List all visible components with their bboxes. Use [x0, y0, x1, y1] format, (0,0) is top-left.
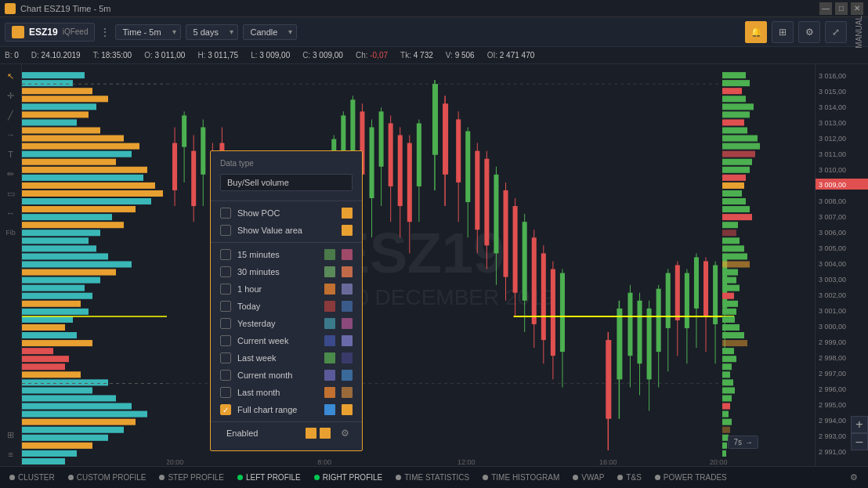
dd-show-va-check[interactable]: [220, 225, 231, 236]
dd-current-month-check[interactable]: [220, 370, 231, 381]
fullscreen-button[interactable]: ⤢: [825, 21, 847, 43]
fibonacci-tool[interactable]: Fib: [2, 224, 20, 241]
dd-last-month-row[interactable]: Last month: [211, 384, 362, 401]
crosshair-tool[interactable]: ✛: [2, 87, 20, 104]
dd-30min-color2[interactable]: [342, 266, 353, 277]
bottom-left-profile[interactable]: LEFT PROFILE: [231, 467, 307, 488]
cursor-tool[interactable]: ↖: [2, 67, 20, 85]
measure-tool[interactable]: ↔: [2, 204, 20, 222]
dd-today-row[interactable]: Today: [211, 298, 362, 315]
dd-current-week-color2[interactable]: [342, 335, 353, 346]
dd-last-week-row[interactable]: Last week: [211, 349, 362, 367]
dd-30min-row[interactable]: 30 minutes: [211, 263, 362, 280]
dd-last-month-color2[interactable]: [342, 387, 353, 398]
dd-last-week-color1[interactable]: [324, 352, 335, 363]
dd-last-month-check[interactable]: [220, 387, 231, 398]
dd-type-select[interactable]: Buy/Sell volume: [220, 174, 353, 191]
dd-1hour-color2[interactable]: [342, 284, 353, 295]
dd-full-range-row[interactable]: ✓ Full chart range: [211, 401, 362, 418]
templates-button[interactable]: ⊞: [772, 21, 794, 43]
bottom-ts[interactable]: T&S: [611, 467, 647, 488]
info-o: O: 3 011,00: [144, 51, 185, 60]
zoom-controls[interactable]: + –: [851, 416, 868, 450]
ray-tool[interactable]: →: [2, 126, 20, 143]
dd-yesterday-color1[interactable]: [324, 318, 335, 329]
dd-current-week-row[interactable]: Current week: [211, 332, 362, 349]
bottom-vwap[interactable]: VWAP: [566, 467, 610, 488]
dd-current-month-color1[interactable]: [324, 370, 335, 381]
indicators-button[interactable]: ≡: [2, 446, 20, 463]
dd-1hour-row[interactable]: 1 hour: [211, 280, 362, 298]
dd-type-select-row[interactable]: Buy/Sell volume: [211, 171, 362, 197]
line-tool[interactable]: ╱: [2, 107, 20, 124]
dd-show-poc-row[interactable]: Show POC: [211, 204, 362, 222]
chart-area[interactable]: 20:00 8:00 12:00 16:00 20:00: [22, 64, 815, 466]
dd-full-range-color2[interactable]: [342, 404, 353, 415]
bottom-custom-profile[interactable]: CUSTOM PROFILE: [62, 467, 153, 488]
dd-last-week-check[interactable]: [220, 352, 231, 363]
dd-1hour-color1[interactable]: [324, 284, 335, 295]
symbol-menu-dots[interactable]: ⋮: [99, 26, 110, 38]
maximize-button[interactable]: □: [835, 2, 848, 15]
window-controls[interactable]: — □ ✕: [819, 2, 863, 15]
alerts-button[interactable]: 🔔: [745, 21, 767, 43]
bottom-time-statistics[interactable]: TIME STATISTICS: [389, 467, 476, 488]
dd-current-month-row[interactable]: Current month: [211, 367, 362, 384]
rectangle-tool[interactable]: ▭: [2, 185, 20, 202]
dd-enabled-color2[interactable]: [320, 428, 331, 439]
bottom-right-profile[interactable]: RIGHT PROFILE: [308, 467, 389, 488]
timeframe-selector[interactable]: Time - 5m: [115, 24, 181, 40]
dd-current-week-color1[interactable]: [324, 335, 335, 346]
scroll-indicator[interactable]: 7s →: [728, 436, 758, 449]
dd-1hour-check[interactable]: [220, 284, 231, 295]
dd-enabled-color1[interactable]: [306, 428, 316, 439]
dd-enabled-row[interactable]: Enabled ⚙: [211, 421, 362, 444]
dd-30min-color1[interactable]: [324, 266, 335, 277]
dd-show-poc-check[interactable]: [220, 208, 231, 219]
dd-15min-check[interactable]: [220, 249, 231, 260]
dd-show-poc-color[interactable]: [342, 208, 353, 219]
dd-yesterday-row[interactable]: Yesterday: [211, 315, 362, 332]
dd-current-week-check[interactable]: [220, 335, 231, 346]
layers-button[interactable]: ⊞: [2, 426, 20, 443]
bottom-time-histogram[interactable]: TIME HISTOGRAM: [476, 467, 566, 488]
range-select[interactable]: 5 days: [186, 24, 238, 40]
dd-today-color1[interactable]: [324, 301, 335, 312]
dd-15min-color2[interactable]: [342, 249, 353, 260]
bottom-power-trades[interactable]: POWER TRADES: [649, 467, 733, 488]
svg-rect-156: [703, 261, 708, 316]
zoom-out-button[interactable]: –: [851, 433, 868, 450]
dd-last-week-color2[interactable]: [342, 352, 353, 363]
bottom-step-profile[interactable]: STEP PROFILE: [153, 467, 230, 488]
zoom-in-button[interactable]: +: [851, 416, 868, 433]
settings-button[interactable]: ⚙: [798, 21, 820, 43]
symbol-selector[interactable]: ESZ19 iQFeed: [5, 23, 95, 42]
dd-15min-row[interactable]: 15 minutes: [211, 246, 362, 263]
svg-rect-198: [722, 316, 735, 323]
range-selector[interactable]: 5 days: [186, 24, 238, 40]
pencil-tool[interactable]: ✏: [2, 165, 20, 183]
dd-current-month-color2[interactable]: [342, 370, 353, 381]
dd-yesterday-check[interactable]: [220, 318, 231, 329]
bottom-settings-button[interactable]: ⚙: [843, 467, 865, 489]
dd-gear-button[interactable]: ⚙: [337, 425, 353, 441]
dd-30min-check[interactable]: [220, 266, 231, 277]
chart-type-select[interactable]: Candle: [243, 24, 297, 40]
chart-type-selector[interactable]: Candle: [243, 24, 297, 40]
dd-show-va-color[interactable]: [342, 225, 353, 236]
svg-text:12:00: 12:00: [458, 458, 476, 466]
dd-full-range-check[interactable]: ✓: [220, 404, 231, 415]
dd-today-check[interactable]: [220, 301, 231, 312]
dd-full-range-color1[interactable]: [324, 404, 335, 415]
timeframe-select[interactable]: Time - 5m: [115, 24, 181, 40]
svg-rect-200: [722, 332, 744, 338]
close-button[interactable]: ✕: [851, 2, 863, 15]
dd-today-color2[interactable]: [342, 301, 353, 312]
dd-15min-color1[interactable]: [324, 249, 335, 260]
minimize-button[interactable]: —: [819, 2, 832, 15]
text-tool[interactable]: T: [2, 146, 20, 163]
dd-show-va-row[interactable]: Show Value area: [211, 222, 362, 239]
dd-yesterday-color2[interactable]: [342, 318, 353, 329]
bottom-cluster[interactable]: CLUSTER: [3, 467, 61, 488]
dd-last-month-color1[interactable]: [324, 387, 335, 398]
